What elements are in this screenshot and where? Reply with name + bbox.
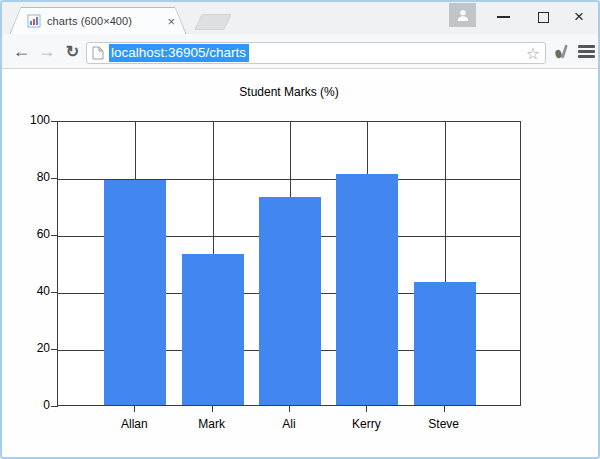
reload-button[interactable]: ↻ — [60, 39, 85, 64]
person-icon — [455, 7, 471, 23]
extension-icon[interactable] — [553, 42, 572, 61]
browser-toolbar: ← → ↻ localhost:36905/charts ☆ — [2, 34, 598, 69]
url-text-selected[interactable]: localhost:36905/charts — [109, 44, 249, 62]
page-document-icon — [92, 46, 104, 60]
y-tick — [51, 178, 58, 179]
x-tick — [444, 406, 445, 412]
forward-arrow-icon: → — [38, 41, 56, 62]
x-tick — [212, 406, 213, 412]
bar-steve — [414, 282, 476, 405]
maximize-button[interactable] — [528, 2, 558, 32]
y-tick-label: 100 — [2, 113, 50, 127]
y-tick — [51, 349, 58, 350]
y-tick-label: 0 — [2, 398, 50, 412]
x-tick — [289, 406, 290, 412]
maximize-icon — [538, 12, 549, 23]
new-tab-button[interactable] — [194, 14, 231, 30]
back-arrow-icon: ← — [13, 41, 31, 62]
tab-close-icon[interactable]: × — [167, 15, 175, 28]
address-bar[interactable]: localhost:36905/charts ☆ — [86, 42, 546, 64]
x-tick-label: Ali — [249, 417, 329, 431]
y-tick-label: 40 — [2, 284, 50, 298]
tab-title: charts (600×400) — [47, 15, 161, 27]
bar-kerry — [336, 174, 398, 405]
minimize-button[interactable] — [488, 2, 518, 32]
forward-button[interactable]: → — [34, 39, 59, 64]
y-tick — [51, 235, 58, 236]
plot-area — [57, 121, 521, 406]
reload-icon: ↻ — [66, 42, 79, 61]
x-tick — [366, 406, 367, 412]
y-tick — [51, 406, 58, 407]
x-tick-label: Steve — [404, 417, 484, 431]
chart-title: Student Marks (%) — [57, 85, 521, 99]
bar-ali — [259, 197, 321, 405]
y-tick-label: 20 — [2, 341, 50, 355]
title-bar: charts (600×400) × × — [2, 2, 598, 34]
y-tick-label: 60 — [2, 227, 50, 241]
bar-mark — [182, 254, 244, 405]
x-tick-label: Kerry — [326, 417, 406, 431]
back-button[interactable]: ← — [9, 39, 34, 64]
hamburger-icon — [578, 45, 595, 48]
y-tick-label: 80 — [2, 170, 50, 184]
y-tick — [51, 121, 58, 122]
x-tick — [134, 406, 135, 412]
page-content: Student Marks (%) 100806040200AllanMarkA… — [2, 70, 598, 457]
close-button[interactable]: × — [564, 2, 594, 32]
x-tick-label: Mark — [172, 417, 252, 431]
bar-allan — [104, 180, 166, 405]
profile-button[interactable] — [449, 3, 476, 27]
y-tick — [51, 292, 58, 293]
close-icon: × — [574, 7, 584, 27]
menu-button[interactable] — [578, 42, 596, 61]
browser-tab[interactable]: charts (600×400) × — [9, 7, 187, 35]
bookmark-star-icon[interactable]: ☆ — [526, 44, 540, 64]
minimize-icon — [497, 16, 510, 18]
browser-window: charts (600×400) × × — [0, 0, 600, 459]
x-tick-label: Allan — [94, 417, 174, 431]
favicon-chart-icon — [27, 14, 41, 28]
